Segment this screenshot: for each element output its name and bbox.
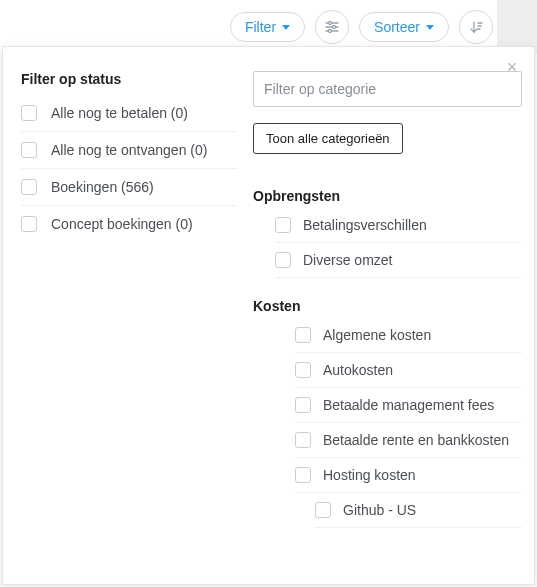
category-list: Algemene kosten Autokosten Betaalde mana… xyxy=(253,318,522,528)
status-heading: Filter op status xyxy=(21,71,237,87)
checkbox[interactable] xyxy=(295,432,311,448)
filter-panel: × Filter op status Alle nog te betalen (… xyxy=(2,46,535,585)
status-label: Alle nog te ontvangen (0) xyxy=(51,142,207,158)
revenue-group: Opbrengsten Betalingsverschillen Diverse… xyxy=(253,188,522,278)
category-label: Hosting kosten xyxy=(323,467,416,483)
status-item[interactable]: Concept boekingen (0) xyxy=(21,206,237,242)
category-item[interactable]: Betalingsverschillen xyxy=(275,208,522,243)
category-item[interactable]: Diverse omzet xyxy=(275,243,522,278)
checkbox[interactable] xyxy=(275,217,291,233)
category-item[interactable]: Betaalde rente en bankkosten xyxy=(295,423,522,458)
sliders-icon xyxy=(325,20,339,34)
group-title: Kosten xyxy=(253,298,522,314)
category-item[interactable]: Betaalde management fees xyxy=(295,388,522,423)
category-filter-input[interactable] xyxy=(253,71,522,107)
checkbox[interactable] xyxy=(295,327,311,343)
costs-group: Kosten Algemene kosten Autokosten Betaal… xyxy=(253,298,522,528)
checkbox[interactable] xyxy=(21,216,37,232)
filter-label: Filter xyxy=(245,19,276,35)
checkbox[interactable] xyxy=(21,179,37,195)
filter-dropdown[interactable]: Filter xyxy=(230,12,305,42)
category-label: Diverse omzet xyxy=(303,252,392,268)
status-item[interactable]: Alle nog te ontvangen (0) xyxy=(21,132,237,169)
svg-point-3 xyxy=(333,26,336,29)
checkbox[interactable] xyxy=(295,362,311,378)
category-item[interactable]: Hosting kosten xyxy=(295,458,522,493)
status-label: Boekingen (566) xyxy=(51,179,154,195)
sort-icon xyxy=(469,20,483,34)
checkbox[interactable] xyxy=(295,397,311,413)
category-item[interactable]: Autokosten xyxy=(295,353,522,388)
category-label: Github - US xyxy=(343,502,416,518)
category-label: Autokosten xyxy=(323,362,393,378)
category-item[interactable]: Github - US xyxy=(315,493,522,528)
category-list: Betalingsverschillen Diverse omzet xyxy=(253,208,522,278)
settings-icon-button[interactable] xyxy=(315,10,349,44)
status-label: Concept boekingen (0) xyxy=(51,216,193,232)
status-item[interactable]: Alle nog te betalen (0) xyxy=(21,95,237,132)
sort-label: Sorteer xyxy=(374,19,420,35)
category-label: Betaalde management fees xyxy=(323,397,494,413)
sort-direction-button[interactable] xyxy=(459,10,493,44)
group-title: Opbrengsten xyxy=(253,188,522,204)
category-label: Algemene kosten xyxy=(323,327,431,343)
close-icon: × xyxy=(507,57,518,78)
checkbox[interactable] xyxy=(21,105,37,121)
svg-point-1 xyxy=(329,22,332,25)
checkbox[interactable] xyxy=(21,142,37,158)
checkbox[interactable] xyxy=(295,467,311,483)
checkbox[interactable] xyxy=(275,252,291,268)
close-button[interactable]: × xyxy=(502,57,522,77)
status-label: Alle nog te betalen (0) xyxy=(51,105,188,121)
status-column: Filter op status Alle nog te betalen (0)… xyxy=(3,47,245,584)
category-column: Toon alle categorieën Opbrengsten Betali… xyxy=(245,47,534,584)
category-item[interactable]: Algemene kosten xyxy=(295,318,522,353)
status-list: Alle nog te betalen (0) Alle nog te ontv… xyxy=(21,95,237,242)
category-label: Betalingsverschillen xyxy=(303,217,427,233)
checkbox[interactable] xyxy=(315,502,331,518)
svg-point-5 xyxy=(329,30,332,33)
status-item[interactable]: Boekingen (566) xyxy=(21,169,237,206)
sort-dropdown[interactable]: Sorteer xyxy=(359,12,449,42)
chevron-down-icon xyxy=(426,25,434,30)
category-label: Betaalde rente en bankkosten xyxy=(323,432,509,448)
show-all-categories-button[interactable]: Toon alle categorieën xyxy=(253,123,403,154)
chevron-down-icon xyxy=(282,25,290,30)
